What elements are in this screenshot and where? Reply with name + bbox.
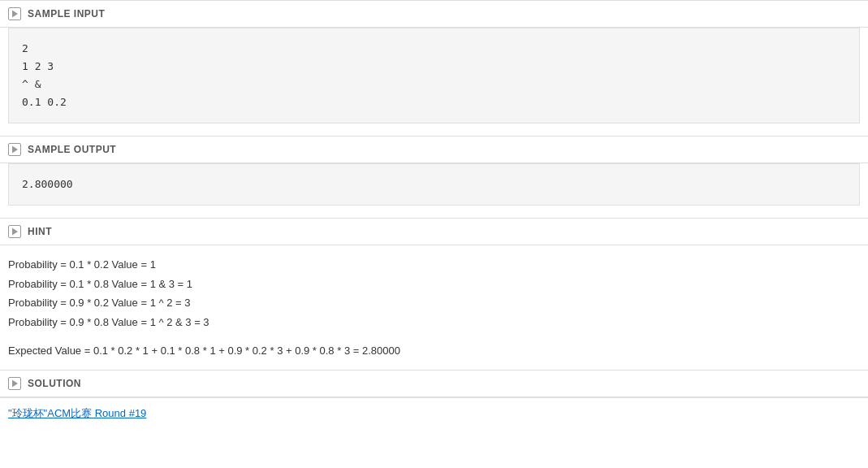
sample-input-line-1: 2: [22, 40, 846, 58]
sample-input-line-4: 0.1 0.2: [22, 93, 846, 111]
solution-link[interactable]: "玲珑杯"ACM比赛 Round #19: [8, 407, 146, 419]
sample-output-content: 2.800000: [8, 163, 860, 206]
sample-input-label: SAMPLE INPUT: [28, 8, 105, 20]
hint-header[interactable]: HINT: [0, 218, 868, 245]
play-icon: [8, 377, 21, 390]
sample-input-line-3: ^ &: [22, 76, 846, 93]
svg-marker-5: [12, 228, 18, 236]
solution-header[interactable]: SOLUTION: [0, 370, 868, 397]
hint-line-4: Probability = 0.9 * 0.8 Value = 1 ^ 2 & …: [8, 313, 860, 332]
play-icon: [8, 7, 21, 20]
svg-marker-3: [12, 146, 18, 154]
hint-label: HINT: [28, 226, 52, 237]
sample-input-content: 2 1 2 3 ^ & 0.1 0.2: [8, 28, 860, 124]
sample-output-label: SAMPLE OUTPUT: [28, 144, 116, 155]
hint-line-1: Probability = 0.1 * 0.2 Value = 1: [8, 255, 860, 274]
sample-input-header[interactable]: SAMPLE INPUT: [0, 0, 868, 28]
sample-output-header[interactable]: SAMPLE OUTPUT: [0, 136, 868, 163]
svg-marker-7: [12, 380, 18, 388]
hint-content: Probability = 0.1 * 0.2 Value = 1 Probab…: [0, 245, 868, 370]
play-icon: [8, 225, 21, 238]
hint-line-2: Probability = 0.1 * 0.8 Value = 1 & 3 = …: [8, 275, 860, 293]
solution-link-container: "玲珑杯"ACM比赛 Round #19: [0, 398, 868, 429]
svg-marker-1: [12, 11, 18, 18]
sample-input-line-2: 1 2 3: [22, 58, 846, 76]
play-icon: [8, 143, 21, 156]
solution-label: SOLUTION: [28, 378, 81, 389]
sample-output-line-1: 2.800000: [22, 176, 846, 193]
hint-line-3: Probability = 0.9 * 0.2 Value = 1 ^ 2 = …: [8, 293, 860, 312]
hint-expected-value: Expected Value = 0.1 * 0.2 * 1 + 0.1 * 0…: [8, 341, 860, 360]
